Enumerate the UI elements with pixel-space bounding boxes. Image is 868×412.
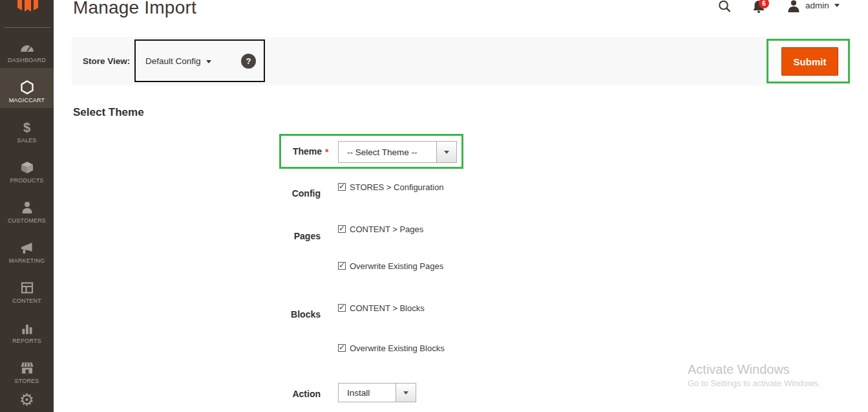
admin-user-menu[interactable]: admin — [787, 0, 840, 12]
action-select-value: Install — [339, 384, 396, 402]
sidebar-item-dashboard[interactable]: DASHBOARD — [0, 28, 54, 68]
theme-label: Theme — [225, 146, 322, 157]
sidebar-item-label: PRODUCTS — [10, 177, 43, 184]
help-icon[interactable]: ? — [241, 54, 256, 69]
sidebar-item-label: STORES — [14, 378, 39, 384]
config-label: Config — [224, 188, 321, 199]
content-icon — [21, 280, 34, 296]
sidebar-item-label: CUSTOMERS — [8, 217, 46, 224]
sidebar-item-label: REPORTS — [12, 338, 41, 344]
sidebar-item-customers[interactable]: CUSTOMERS — [0, 188, 54, 228]
sidebar-item-system[interactable]: ⚙ — [0, 389, 54, 412]
checkbox-checked-icon[interactable] — [338, 344, 346, 352]
chevron-down-icon[interactable] — [436, 142, 456, 162]
dashboard-icon — [20, 39, 34, 55]
theme-select-value: -- Select Theme -- — [339, 142, 436, 162]
chevron-down-icon — [834, 4, 840, 7]
activate-windows-watermark: Activate Windows — [688, 362, 790, 377]
sidebar-item-label: DASHBOARD — [8, 57, 46, 63]
sidebar-item-label: CONTENT — [12, 298, 41, 304]
stores-icon — [20, 360, 34, 376]
sidebar-item-reports[interactable]: REPORTS — [0, 309, 54, 349]
blocks-checkbox-row[interactable]: CONTENT > Blocks — [338, 303, 425, 313]
overwrite-pages-checkbox-row[interactable]: Overwrite Existing Pages — [338, 261, 443, 271]
action-label: Action — [224, 389, 321, 399]
pages-checkbox-row[interactable]: CONTENT > Pages — [338, 224, 423, 234]
checkbox-label: Overwrite Existing Blocks — [350, 343, 445, 353]
activate-windows-watermark-subtext: Go to Settings to activate Windows. — [688, 378, 820, 388]
theme-select[interactable]: -- Select Theme -- — [338, 141, 457, 163]
checkbox-label: CONTENT > Pages — [350, 224, 423, 234]
sidebar-item-stores[interactable]: STORES — [0, 349, 54, 389]
sidebar-item-magiccart[interactable]: MAGICCART — [0, 68, 54, 108]
sidebar-item-label: MARKETING — [9, 257, 45, 264]
blocks-label: Blocks — [224, 309, 321, 320]
checkbox-checked-icon[interactable] — [338, 262, 346, 270]
admin-sidebar: DASHBOARD MAGICCART $ SALES PRODUCTS CUS… — [0, 0, 54, 412]
sidebar-item-label: SALES — [17, 137, 36, 144]
magento-logo[interactable] — [0, 0, 54, 28]
main-content: Manage Import 6 admin Store View: Defaul… — [54, 0, 868, 412]
customers-icon — [21, 200, 34, 215]
checkbox-label: STORES > Configuration — [350, 182, 443, 192]
overwrite-blocks-checkbox-row[interactable]: Overwrite Existing Blocks — [338, 343, 445, 353]
section-title: Select Theme — [73, 106, 144, 119]
magiccart-icon — [20, 80, 34, 95]
sidebar-item-products[interactable]: PRODUCTS — [0, 148, 54, 188]
sidebar-item-marketing[interactable]: MARKETING — [0, 228, 54, 268]
checkbox-checked-icon[interactable] — [338, 183, 346, 191]
sidebar-item-label: MAGICCART — [9, 97, 45, 103]
notification-badge[interactable]: 6 — [759, 0, 769, 8]
sidebar-item-content[interactable]: CONTENT — [0, 268, 54, 309]
products-icon — [21, 160, 34, 175]
submit-button[interactable]: Submit — [781, 47, 838, 76]
marketing-icon — [21, 240, 34, 255]
checkbox-checked-icon[interactable] — [338, 225, 346, 233]
required-asterisk: * — [325, 147, 328, 157]
page-title: Manage Import — [73, 0, 196, 18]
magento-logo-icon — [14, 0, 40, 17]
sidebar-item-sales[interactable]: $ SALES — [0, 108, 54, 148]
pages-label: Pages — [224, 231, 321, 241]
store-view-selector[interactable]: Default Config — [145, 56, 201, 66]
store-view-label: Store View: — [83, 56, 130, 66]
sidebar-nav: DASHBOARD MAGICCART $ SALES PRODUCTS CUS… — [0, 28, 54, 412]
checkbox-label: Overwrite Existing Pages — [350, 261, 443, 271]
reports-icon — [21, 320, 34, 336]
action-select[interactable]: Install — [338, 383, 416, 402]
admin-user-name: admin — [805, 1, 829, 10]
chevron-down-icon[interactable] — [396, 384, 416, 402]
checkbox-label: CONTENT > Blocks — [350, 303, 425, 313]
config-checkbox-row[interactable]: STORES > Configuration — [338, 182, 443, 192]
gear-icon: ⚙ — [19, 392, 34, 407]
chevron-down-icon[interactable] — [206, 60, 211, 63]
person-icon — [787, 0, 800, 12]
search-icon[interactable] — [718, 0, 732, 16]
sales-icon: $ — [23, 120, 30, 135]
checkbox-checked-icon[interactable] — [338, 304, 346, 312]
